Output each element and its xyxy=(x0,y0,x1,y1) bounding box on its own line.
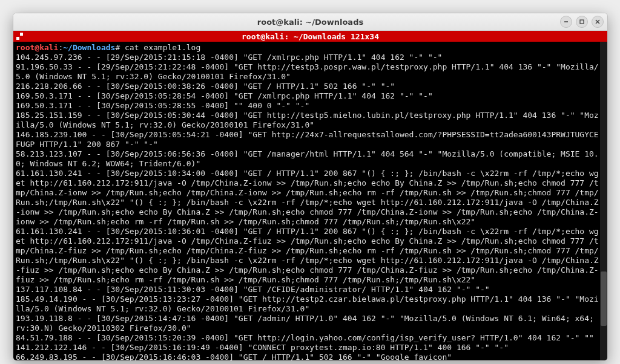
scrollbar-track[interactable] xyxy=(600,42,607,360)
scrollbar-thumb[interactable] xyxy=(601,271,607,326)
window-controls xyxy=(560,16,604,28)
terminal-output[interactable]: root@kali:~/Downloads# cat example1.log … xyxy=(16,43,599,360)
svg-rect-1 xyxy=(580,20,584,24)
prompt-user: root@kali xyxy=(16,43,58,52)
inner-title-text: root@kali: ~/Downloads 121x34 xyxy=(242,32,379,41)
inner-titlebar: root@kali: ~/Downloads 121x34 xyxy=(13,31,607,42)
maximize-button[interactable] xyxy=(576,16,588,28)
terminal-icon xyxy=(16,32,24,41)
close-button[interactable] xyxy=(592,16,604,28)
prompt-path: ~/Downloads xyxy=(63,43,115,52)
outer-titlebar: root@kali: ~/Downloads xyxy=(13,13,607,31)
log-output: 104.245.97.236 - - [29/Sep/2015:21:15:18… xyxy=(16,53,599,360)
minimize-button[interactable] xyxy=(560,16,572,28)
outer-title-text: root@kali: ~/Downloads xyxy=(257,18,363,27)
terminal-area[interactable]: root@kali:~/Downloads# cat example1.log … xyxy=(13,42,607,360)
terminal-window: root@kali: ~/Downloads root@kali: ~/Down… xyxy=(13,13,608,361)
prompt-command: cat example1.log xyxy=(125,43,200,52)
